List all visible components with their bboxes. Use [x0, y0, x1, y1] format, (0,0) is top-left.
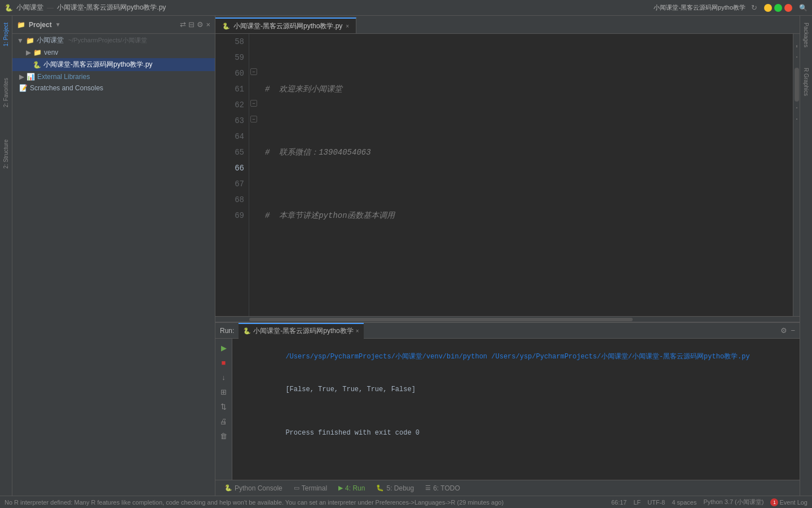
python-console-icon: 🐍: [224, 484, 232, 492]
linenum-69: 69: [220, 208, 244, 224]
run-tab[interactable]: 🐍 小闻课堂-黑客云源码网pytho教学 ×: [239, 323, 363, 339]
linenum-58: 58: [220, 34, 244, 50]
file-title: 小闻课堂-黑客云源码网pytho教学.py: [57, 3, 166, 12]
search-icon[interactable]: 🔍: [799, 4, 807, 12]
collapse-icon[interactable]: ⊟: [188, 20, 195, 29]
print-icon[interactable]: 🖨: [217, 414, 231, 428]
python-version[interactable]: Python 3.7 (小闻课堂): [703, 498, 764, 506]
v-scroll-thumb[interactable]: [795, 68, 799, 102]
tree-root[interactable]: ▼ 📁 小闻课堂 ~/PycharmProjects/小闻课堂: [12, 34, 215, 47]
dropdown-icon[interactable]: ▼: [55, 21, 61, 28]
sidebar-item-favorites[interactable]: 2: Favorites: [2, 73, 10, 112]
close-panel-icon[interactable]: ×: [206, 20, 210, 29]
sort-icon[interactable]: ⇅: [217, 400, 231, 413]
run-button[interactable]: ▶: [217, 341, 231, 354]
minimize-panel-icon[interactable]: −: [791, 326, 795, 335]
output-exit-text: Process finished with exit code 0: [285, 429, 420, 437]
tree-scratches[interactable]: 📝 Scratches and Consoles: [12, 82, 215, 94]
scratches-icon: 📝: [19, 84, 28, 92]
scratches-label: Scratches and Consoles: [30, 84, 103, 92]
output-path-text: /Users/ysp/PycharmProjects/小闻课堂/venv/bin…: [285, 353, 749, 361]
linenum-60: 60: [220, 65, 244, 81]
event-log-badge: 1: [770, 498, 778, 506]
maximize-button[interactable]: [774, 4, 782, 12]
fold-arrow-63[interactable]: −: [250, 116, 257, 122]
tree-venv[interactable]: ▶ 📁 venv: [12, 47, 215, 58]
venv-label: venv: [44, 49, 58, 56]
project-header-icons: ⇄ ⊟ ⚙ ×: [180, 20, 210, 29]
tab-terminal[interactable]: ▭ Terminal: [289, 480, 332, 496]
status-warning-text: No R interpreter defined: Many R feature…: [5, 499, 504, 506]
output-exit: Process finished with exit code 0: [237, 417, 795, 449]
python-console-label: Python Console: [235, 484, 283, 492]
sidebar-item-structure[interactable]: 2: Structure: [2, 135, 10, 173]
tab-debug[interactable]: 🐛 5: Debug: [372, 480, 418, 496]
tab-filename: 小闻课堂-黑客云源码网pytho教学.py: [233, 21, 342, 31]
run-label: Run:: [220, 327, 234, 335]
refresh-button[interactable]: ↻: [751, 3, 757, 12]
run-tab-icon: 🐍: [243, 327, 251, 335]
app-icon: 🐍: [5, 4, 13, 12]
stop-button[interactable]: ■: [217, 356, 231, 369]
tab-todo[interactable]: ☰ 6: TODO: [421, 480, 465, 496]
editor-tab-main[interactable]: 🐍 小闻课堂-黑客云源码网pytho教学.py ×: [215, 17, 356, 33]
fold-arrow-60[interactable]: −: [250, 68, 257, 75]
delete-icon[interactable]: 🗑: [217, 429, 231, 443]
run-label-tab: 4: Run: [345, 484, 365, 492]
panel-icons: ⚙ −: [780, 326, 795, 335]
settings-icon[interactable]: ⚙: [197, 20, 204, 29]
status-left: No R interpreter defined: Many R feature…: [5, 499, 504, 506]
fold-btn-62[interactable]: −: [250, 97, 259, 107]
tab-run[interactable]: ▶ 4: Run: [334, 480, 369, 496]
right-tab-graphics[interactable]: R Graphics: [802, 63, 810, 100]
linenum-59: 59: [220, 50, 244, 65]
statusbar: No R interpreter defined: Many R feature…: [0, 496, 812, 508]
vertical-scrollbar[interactable]: [793, 34, 800, 316]
comment-60: # 本章节讲述python函数基本调用: [265, 208, 395, 224]
fold-arrow-62[interactable]: −: [250, 100, 257, 107]
right-tab-packages[interactable]: Packages: [802, 18, 810, 52]
fold-btn-60[interactable]: −: [250, 65, 259, 76]
title-separator: —: [47, 4, 54, 12]
project-header: 📁 Project ▼ ⇄ ⊟ ⚙ ×: [12, 16, 215, 34]
code-line-59: # 联系微信：13904054063: [265, 144, 788, 160]
run-content: ▶ ■ ↓ ⊞ ⇅ 🖨 🗑 /Users/ysp/PycharmProjects…: [215, 339, 800, 480]
debug-icon: 🐛: [376, 484, 384, 492]
venv-folder-icon: 📁: [33, 49, 42, 56]
venv-expand-icon: ▶: [26, 49, 31, 56]
v-scroll-line-3: [796, 107, 797, 108]
scroll-down-icon[interactable]: ↓: [217, 370, 231, 384]
h-scroll-thumb[interactable]: [249, 318, 633, 321]
linenum-66: 66: [220, 160, 244, 176]
event-log[interactable]: 1 Event Log: [770, 498, 807, 506]
output-empty: [237, 406, 795, 417]
event-log-label: Event Log: [779, 499, 807, 506]
code-editor: 58 59 60 61 62 63 64 65 66 67 68 69 − −: [215, 34, 800, 316]
todo-icon: ☰: [425, 484, 431, 492]
tree-external-libs[interactable]: ▶ 📊 External Libraries: [12, 71, 215, 82]
tab-python-console[interactable]: 🐍 Python Console: [220, 480, 287, 496]
root-expand-icon: ▼: [17, 37, 24, 45]
title-left: 🐍 小闻课堂 — 小闻课堂-黑客云源码网pytho教学.py: [5, 3, 166, 12]
sync-icon[interactable]: ⇄: [180, 20, 186, 29]
comment-59: # 联系微信：13904054063: [265, 144, 371, 160]
minimize-button[interactable]: [764, 4, 772, 12]
close-button[interactable]: [784, 4, 792, 12]
settings-panel-icon[interactable]: ⚙: [780, 326, 787, 335]
fold-btn-63[interactable]: −: [250, 113, 259, 123]
debug-label: 5: Debug: [386, 484, 414, 492]
code-content[interactable]: # 欢迎来到小闻课堂 # 联系微信：13904054063 # 本章节讲述pyt…: [261, 34, 793, 316]
title-right: 小闻课堂-黑客云源码网pytho教学 ↻ 🔍: [654, 3, 807, 12]
code-line-58: # 欢迎来到小闻课堂: [265, 81, 788, 97]
horizontal-scrollbar[interactable]: [215, 316, 800, 322]
run-tab-close[interactable]: ×: [356, 328, 359, 334]
layout-icon[interactable]: ⊞: [217, 385, 231, 398]
tree-main-file[interactable]: 🐍 小闻课堂-黑客云源码网pytho教学.py: [12, 58, 215, 71]
titlebar: 🐍 小闻课堂 — 小闻课堂-黑客云源码网pytho教学.py 小闻课堂-黑客云源…: [0, 0, 812, 16]
linenum-65: 65: [220, 144, 244, 160]
sidebar-item-project[interactable]: 1: Project: [2, 18, 10, 51]
indent-info: 4 spaces: [672, 499, 696, 506]
linenum-64: 64: [220, 129, 244, 144]
tab-close-icon[interactable]: ×: [346, 23, 349, 29]
output-command: /Users/ysp/PycharmProjects/小闻课堂/venv/bin…: [237, 341, 795, 374]
